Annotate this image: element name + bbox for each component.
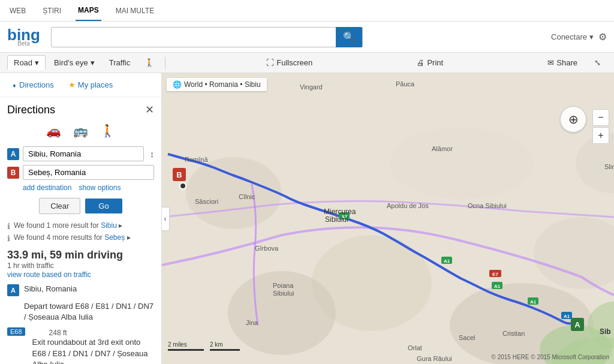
fullscreen-label: Fullscreen [276, 58, 312, 67]
waypoint-a-input[interactable] [23, 146, 144, 161]
bus-transport-icon[interactable]: 🚌 [73, 124, 88, 138]
directions-tab[interactable]: ⬧ Directions [7, 78, 59, 92]
map-credits: © 2015 HERE © 2015 Microsoft Corporation [492, 354, 610, 360]
header: bing Beta 🔍 Conectare ▾ ⚙ [0, 22, 614, 53]
sebes-result-link[interactable]: Sebeș [104, 233, 125, 242]
step-a-label: A [7, 284, 19, 296]
share-button[interactable]: ✉ Share [541, 56, 583, 70]
search-input[interactable] [52, 28, 336, 47]
nav-maps[interactable]: MAPS [76, 0, 101, 21]
svg-point-1 [186, 157, 282, 229]
svg-text:Miercurea: Miercurea [324, 207, 356, 216]
svg-text:Sibiului: Sibiului [325, 215, 348, 224]
search-bar: 🔍 [51, 27, 363, 47]
share-label: Share [556, 58, 577, 67]
info-icon-2: ℹ [7, 234, 10, 243]
directions-panel: Directions ✕ 🚗 🚌 🚶 A ↕ B add destination… [0, 97, 161, 364]
zoom-out-button[interactable]: − [592, 109, 609, 126]
directions-actions: Clear Go [7, 198, 154, 214]
connect-button[interactable]: Conectare ▾ [551, 32, 594, 41]
waypoint-a-row: A ↕ [7, 146, 154, 161]
svg-text:Vingard: Vingard [300, 83, 323, 91]
go-button[interactable]: Go [85, 198, 122, 213]
car-transport-icon[interactable]: 🚗 [46, 124, 61, 138]
svg-text:Sib: Sib [600, 327, 611, 336]
svg-text:Ocna Sibiului: Ocna Sibiului [468, 202, 507, 209]
svg-text:Orlat: Orlat [408, 344, 422, 351]
traffic-route-link[interactable]: view route based on traffic [7, 270, 91, 279]
header-right: Conectare ▾ ⚙ [551, 31, 607, 43]
settings-icon[interactable]: ⚙ [598, 31, 607, 43]
svg-text:Cîlnic: Cîlnic [239, 193, 255, 200]
my-places-tab-label: My places [78, 80, 113, 89]
share-icon: ✉ [547, 58, 554, 67]
traffic-button[interactable]: Traffic [103, 56, 136, 70]
svg-text:Jina: Jina [246, 319, 258, 326]
birds-eye-chevron-icon: ▾ [91, 58, 95, 67]
zoom-in-button[interactable]: + [592, 127, 609, 144]
sidebar-collapse-button[interactable]: ‹ [162, 207, 170, 231]
compass-icon: ⊕ [568, 112, 579, 127]
sibiu-result-link[interactable]: Sibiu [101, 221, 117, 230]
swap-waypoints-button[interactable]: ↕ [150, 149, 154, 159]
step-depart: Depart toward E68 / E81 / DN1 / DN7 / Șo… [7, 301, 154, 323]
waypoint-a-label: A [7, 148, 19, 160]
svg-text:Sibiului: Sibiului [273, 290, 294, 297]
route-summary: 33.9 mi, 59 min driving 1 hr with traffi… [7, 249, 154, 279]
svg-text:2 km: 2 km [210, 341, 223, 348]
map-area[interactable]: A7 A1 A1 A1 E7 A1 B A Vingard Păuca [162, 73, 614, 364]
waypoint-b-input[interactable] [23, 165, 154, 180]
clear-button[interactable]: Clear [39, 198, 80, 214]
step-roundabout-text: Exit roundabout at 3rd exit onto E68 / E… [32, 337, 154, 364]
route-distance: 33.9 mi, 59 min driving [7, 249, 154, 261]
connect-chevron-icon: ▾ [589, 32, 594, 41]
directions-icon: ⬧ [12, 80, 17, 89]
main-content: ⬧ Directions ★ My places Directions ✕ 🚗 … [0, 73, 614, 364]
sidebar: ⬧ Directions ★ My places Directions ✕ 🚗 … [0, 73, 162, 364]
walk-transport-icon[interactable]: 🚶 [100, 124, 115, 138]
svg-point-6 [390, 127, 534, 199]
bing-beta-label: Beta [17, 40, 30, 47]
svg-text:A1: A1 [564, 314, 570, 319]
nav-web[interactable]: WEB [7, 0, 28, 21]
svg-text:A1: A1 [530, 299, 537, 305]
search-button[interactable]: 🔍 [336, 27, 362, 47]
directions-tab-label: Directions [19, 80, 54, 89]
step-distance: 248 ft [49, 329, 154, 337]
svg-point-25 [180, 183, 186, 189]
fullscreen-icon: ⛶ [266, 58, 274, 67]
step-e68-badge: E68 [7, 327, 25, 336]
print-button[interactable]: 🖨 Print [411, 56, 449, 70]
directions-links: add destination show options [23, 183, 154, 192]
collapse-map-button[interactable]: ⤡ [588, 56, 607, 70]
waypoint-b-label: B [7, 167, 19, 179]
svg-text:Alămor: Alămor [432, 145, 453, 152]
svg-text:Sacel: Sacel [459, 334, 475, 341]
directions-header: Directions ✕ [7, 103, 154, 116]
svg-text:Cristian: Cristian [502, 330, 525, 337]
step-roundabout: E68 248 ft Exit roundabout at 3rd exit o… [7, 327, 154, 364]
waypoint-b-row: B [7, 165, 154, 180]
add-destination-link[interactable]: add destination [23, 183, 71, 192]
person-icon-button[interactable]: 🚶 [139, 56, 160, 70]
nav-mai-multe[interactable]: MAI MULTE [113, 0, 156, 21]
compass[interactable]: ⊕ [560, 106, 586, 133]
birds-eye-button[interactable]: Bird's eye ▾ [48, 56, 101, 70]
print-label: Print [427, 58, 443, 67]
svg-text:A1: A1 [494, 284, 501, 289]
svg-text:Gîrbova: Gîrbova [255, 245, 279, 252]
my-places-tab[interactable]: ★ My places [64, 78, 118, 92]
print-icon: 🖨 [417, 58, 425, 67]
road-view-button[interactable]: Road ▾ [7, 55, 46, 70]
close-button[interactable]: ✕ [145, 103, 154, 116]
globe-icon: 🌐 [173, 80, 182, 89]
breadcrumb-text: World • Romania • Sibiu [184, 80, 261, 89]
toolbar-divider [165, 57, 165, 69]
road-chevron-icon: ▾ [35, 58, 39, 67]
fullscreen-button[interactable]: ⛶ Fullscreen [260, 56, 318, 70]
nav-stiri[interactable]: ȘTIRI [40, 0, 64, 21]
show-options-link[interactable]: show options [79, 183, 121, 192]
svg-text:Păuca: Păuca [396, 80, 415, 88]
top-navigation: WEB ȘTIRI MAPS MAI MULTE [0, 0, 614, 22]
connect-label: Conectare [551, 32, 587, 41]
